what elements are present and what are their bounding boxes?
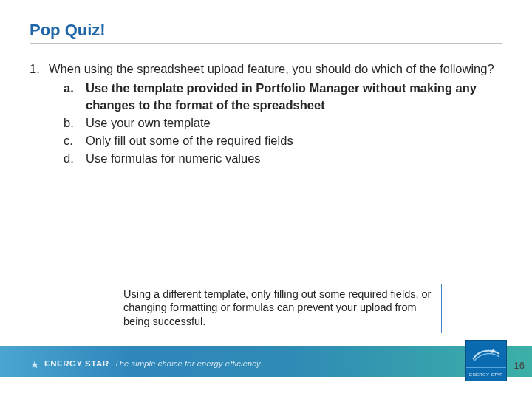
option-b: b. Use your own template bbox=[30, 115, 502, 131]
footer-tagline-text: The simple choice for energy efficiency. bbox=[115, 359, 262, 368]
option-letter: d. bbox=[64, 150, 86, 166]
content-area: 1. When using the spreadsheet upload fea… bbox=[30, 61, 502, 167]
footer-tagline: ENERGY STAR The simple choice for energy… bbox=[44, 359, 262, 368]
option-text: Only fill out some of the required field… bbox=[86, 132, 502, 149]
option-text: Use the template provided in Portfolio M… bbox=[86, 80, 502, 113]
option-a: a. Use the template provided in Portfoli… bbox=[30, 80, 502, 113]
slide: Pop Quiz! 1. When using the spreadsheet … bbox=[0, 0, 532, 399]
option-text: Use your own template bbox=[86, 115, 502, 131]
option-letter: c. bbox=[64, 132, 86, 149]
question-text: When using the spreadsheet upload featur… bbox=[49, 61, 502, 77]
options-list: a. Use the template provided in Portfoli… bbox=[30, 80, 502, 166]
energy-star-logo: ENERGY STAR bbox=[466, 340, 507, 381]
question-number: 1. bbox=[30, 61, 49, 77]
explanation-callout: Using a different template, only filling… bbox=[117, 284, 442, 334]
logo-label: ENERGY STAR bbox=[466, 367, 506, 381]
slide-title: Pop Quiz! bbox=[30, 21, 502, 40]
question-row: 1. When using the spreadsheet upload fea… bbox=[30, 61, 502, 77]
page-number: 16 bbox=[514, 360, 525, 371]
star-icon bbox=[30, 360, 40, 370]
option-text: Use formulas for numeric values bbox=[86, 150, 502, 166]
title-underline bbox=[30, 43, 502, 44]
option-c: c. Only fill out some of the required fi… bbox=[30, 132, 502, 149]
option-d: d. Use formulas for numeric values bbox=[30, 150, 502, 166]
option-letter: a. bbox=[64, 80, 86, 113]
option-letter: b. bbox=[64, 115, 86, 131]
footer-brand: ENERGY STAR bbox=[44, 359, 109, 368]
title-row: Pop Quiz! bbox=[30, 21, 502, 40]
logo-swoosh-icon bbox=[466, 341, 506, 369]
